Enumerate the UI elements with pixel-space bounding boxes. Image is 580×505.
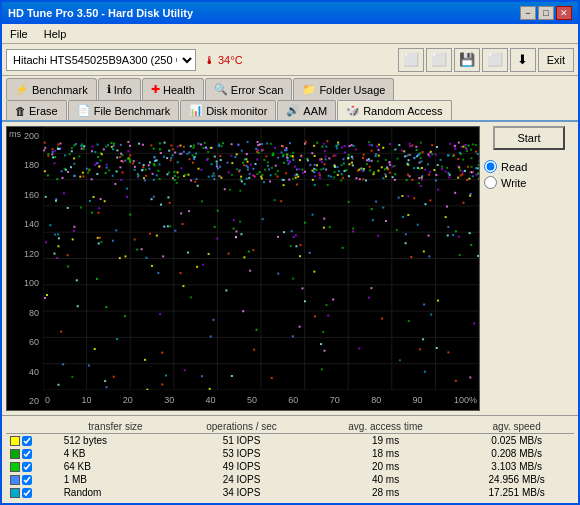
svg-rect-50	[250, 164, 252, 166]
exit-button[interactable]: Exit	[538, 48, 574, 72]
svg-rect-615	[81, 148, 83, 150]
window-title: HD Tune Pro 3.50 - Hard Disk Utility	[8, 7, 193, 19]
tab-folder-usage[interactable]: 📁 Folder Usage	[293, 78, 394, 100]
svg-rect-202	[96, 278, 98, 280]
svg-rect-368	[457, 165, 459, 167]
svg-rect-790	[180, 145, 182, 147]
row-label-3: 1 MB	[60, 473, 172, 486]
radio-read[interactable]: Read	[484, 160, 574, 173]
svg-rect-473	[121, 160, 123, 162]
svg-rect-645	[145, 169, 147, 171]
toolbar-icon-4[interactable]: ⬜	[482, 48, 508, 72]
svg-rect-400	[203, 147, 205, 149]
svg-rect-328	[355, 177, 357, 179]
svg-rect-90	[89, 200, 91, 202]
x-label-60: 60	[288, 395, 298, 405]
svg-rect-768	[341, 147, 343, 149]
close-button[interactable]: ✕	[556, 6, 572, 20]
svg-rect-634	[324, 350, 326, 352]
row-checkbox-input-3[interactable]	[22, 475, 32, 485]
disk-selector[interactable]: Hitachi HTS545025B9A300 (250 GB)	[6, 49, 196, 71]
menu-item-file[interactable]: File	[6, 27, 32, 41]
tab-random-access[interactable]: 🎲 Random Access	[337, 100, 451, 120]
aam-icon: 🔊	[286, 104, 300, 117]
svg-rect-457	[472, 171, 474, 173]
svg-rect-175	[274, 147, 276, 149]
svg-rect-159	[181, 223, 183, 225]
radio-read-input[interactable]	[484, 160, 497, 173]
row-checkbox-input-0[interactable]	[22, 436, 32, 446]
row-checkbox-input-1[interactable]	[22, 449, 32, 459]
toolbar-icon-3[interactable]: 💾	[454, 48, 480, 72]
svg-rect-382	[321, 368, 323, 370]
svg-rect-800	[319, 159, 321, 161]
svg-rect-515	[105, 146, 107, 148]
tab-file-benchmark[interactable]: 📄 File Benchmark	[68, 100, 179, 120]
svg-rect-308	[124, 255, 126, 257]
x-label-70: 70	[330, 395, 340, 405]
tab-disk-monitor[interactable]: 📊 Disk monitor	[180, 100, 276, 120]
tab-aam[interactable]: 🔊 AAM	[277, 100, 336, 120]
y-label-160: 160	[9, 190, 41, 200]
svg-rect-190	[296, 169, 298, 171]
minimize-button[interactable]: −	[520, 6, 536, 20]
radio-write-input[interactable]	[484, 176, 497, 189]
radio-write[interactable]: Write	[484, 176, 574, 189]
svg-rect-763	[79, 176, 81, 178]
svg-rect-668	[98, 166, 100, 168]
table-row: 64 KB 49 IOPS 20 ms 3.103 MB/s	[6, 460, 574, 473]
svg-rect-238	[216, 161, 218, 163]
tab-benchmark[interactable]: ⚡ Benchmark	[6, 78, 97, 100]
svg-rect-83	[417, 167, 419, 169]
tab-erase[interactable]: 🗑 Erase	[6, 100, 67, 120]
row-checkbox-input-4[interactable]	[22, 488, 32, 498]
svg-rect-276	[133, 160, 135, 162]
svg-rect-690	[381, 166, 383, 168]
svg-rect-331	[324, 150, 326, 152]
svg-rect-275	[188, 151, 190, 153]
svg-rect-612	[286, 149, 288, 151]
row-speed-1: 0.208 MB/s	[459, 447, 574, 460]
svg-rect-463	[80, 145, 82, 147]
svg-rect-418	[294, 174, 296, 176]
toolbar-icon-1[interactable]: ⬜	[398, 48, 424, 72]
row-checkbox-input-2[interactable]	[22, 462, 32, 472]
svg-rect-163	[323, 218, 325, 220]
svg-rect-56	[289, 142, 291, 144]
toolbar-icon-2[interactable]: ⬜	[426, 48, 452, 72]
temperature-value: 34°C	[218, 54, 243, 66]
svg-rect-530	[45, 241, 47, 243]
menu-item-help[interactable]: Help	[40, 27, 71, 41]
svg-rect-536	[478, 172, 479, 174]
maximize-button[interactable]: □	[538, 6, 554, 20]
start-button[interactable]: Start	[493, 126, 565, 150]
svg-rect-189	[394, 173, 396, 175]
svg-rect-740	[88, 168, 90, 170]
svg-rect-209	[170, 145, 172, 147]
svg-rect-511	[448, 176, 450, 178]
svg-rect-417	[113, 143, 115, 145]
file-benchmark-icon: 📄	[77, 104, 91, 117]
toolbar: Hitachi HTS545025B9A300 (250 GB) 🌡 34°C …	[2, 44, 578, 76]
svg-rect-315	[343, 163, 345, 165]
toolbar-icon-5[interactable]: ⬇	[510, 48, 536, 72]
tab-info[interactable]: ℹ Info	[98, 78, 141, 100]
svg-rect-578	[180, 272, 182, 274]
svg-rect-138	[429, 199, 431, 201]
svg-rect-461	[105, 172, 107, 174]
svg-rect-369	[323, 163, 325, 165]
svg-rect-448	[286, 156, 288, 158]
svg-rect-28	[454, 192, 456, 194]
svg-rect-773	[455, 230, 457, 232]
row-checkbox-2	[6, 460, 60, 473]
tab-error-scan[interactable]: 🔍 Error Scan	[205, 78, 293, 100]
svg-rect-314	[198, 168, 200, 170]
tab-health[interactable]: ✚ Health	[142, 78, 204, 100]
svg-rect-596	[401, 195, 403, 197]
svg-rect-404	[127, 141, 129, 143]
svg-rect-253	[418, 177, 420, 179]
svg-rect-137	[421, 179, 423, 181]
svg-rect-813	[458, 142, 460, 144]
svg-rect-718	[104, 200, 106, 202]
svg-rect-395	[47, 174, 49, 176]
